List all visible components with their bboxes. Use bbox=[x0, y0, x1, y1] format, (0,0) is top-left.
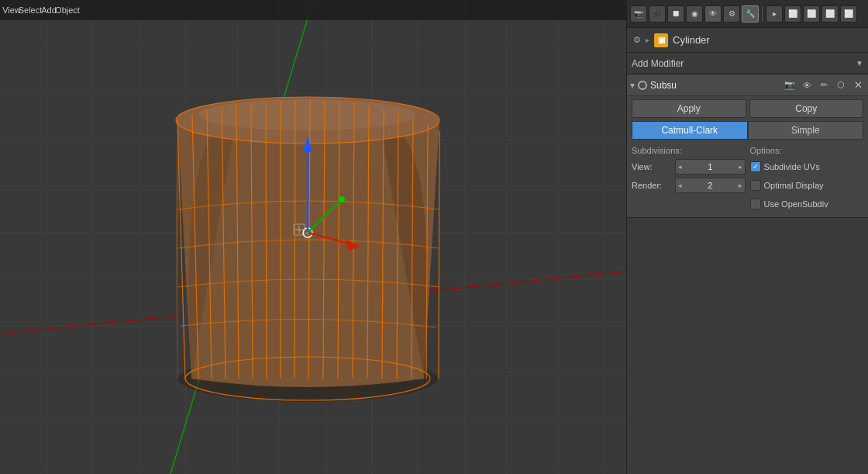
catmull-clark-tab[interactable]: Catmull-Clark bbox=[632, 121, 748, 140]
render-param-value: 2 bbox=[708, 181, 712, 190]
add-modifier-row[interactable]: Add Modifier ▼ bbox=[627, 53, 868, 74]
view-param-row: View: ◂ 1 ▸ bbox=[632, 158, 746, 175]
world-icon[interactable]: ◉ bbox=[686, 5, 703, 22]
add-modifier-label: Add Modifier bbox=[632, 58, 852, 69]
optimal-display-checkbox[interactable] bbox=[750, 180, 761, 191]
mesh-icon[interactable]: ⬜ bbox=[803, 5, 820, 22]
view-param-value: 1 bbox=[708, 162, 712, 171]
modifier-render-vis-btn[interactable]: 📷 bbox=[783, 78, 797, 92]
select-menu-btn[interactable]: Select bbox=[22, 2, 39, 18]
apply-button[interactable]: Apply bbox=[632, 99, 746, 118]
panel-toolbar: 📷 ⬛ 🔲 ◉ 👁 ⚙ 🔧 ▸ ⬜ ⬜ ⬜ ⬜ bbox=[627, 0, 868, 28]
render-field-arrow-left: ◂ bbox=[678, 182, 682, 189]
copy-button[interactable]: Copy bbox=[749, 99, 864, 118]
viewport-toolbar: View Select Add Object bbox=[0, 0, 626, 20]
constraints-icon[interactable]: ⚙ bbox=[723, 5, 740, 22]
render-field-arrow-right: ▸ bbox=[739, 182, 742, 189]
breadcrumb-icon: ⚙ bbox=[633, 35, 641, 45]
object-type-icon: ▣ bbox=[654, 33, 668, 47]
view-param-field[interactable]: ◂ 1 ▸ bbox=[675, 159, 746, 175]
breadcrumb-arrow: ▸ bbox=[646, 36, 649, 44]
view-param-label: View: bbox=[632, 162, 672, 171]
optimal-display-row: Optimal Display bbox=[750, 177, 864, 194]
object-name: Cylinder bbox=[673, 34, 710, 46]
subdivide-uvs-label: Subdivide UVs bbox=[764, 162, 820, 171]
toolbar-separator bbox=[762, 6, 763, 22]
options-label: Options: bbox=[750, 146, 864, 155]
render-param-label: Render: bbox=[632, 181, 672, 190]
use-opensubdiv-row: Use OpenSubdiv bbox=[750, 195, 864, 213]
object-menu-btn[interactable]: Object bbox=[59, 2, 76, 18]
modifier-card: ▾ Subsu 📷 👁 ✏ ⬡ ✕ Apply Copy Catmull-Cla… bbox=[627, 74, 868, 218]
physics-icon[interactable]: ⬜ bbox=[784, 5, 801, 22]
optimal-display-label: Optimal Display bbox=[764, 181, 824, 190]
camera-icon[interactable]: 📷 bbox=[630, 5, 647, 22]
object-header: ⚙ ▸ ▣ Cylinder bbox=[627, 28, 868, 53]
view-field-arrow-right: ▸ bbox=[739, 163, 742, 171]
view-menu-btn[interactable]: View bbox=[3, 2, 20, 18]
use-opensubdiv-label: Use OpenSubdiv bbox=[764, 199, 828, 209]
modifier-card-header: ▾ Subsu 📷 👁 ✏ ⬡ ✕ bbox=[627, 74, 868, 96]
modifier-close-btn[interactable]: ✕ bbox=[851, 78, 865, 92]
particles-icon[interactable]: ▸ bbox=[766, 5, 783, 22]
modifier-collapse-toggle[interactable]: ▾ bbox=[630, 80, 635, 91]
subdivisions-column: Subdivisions: View: ◂ 1 ▸ Render: ◂ 2 ▸ bbox=[632, 146, 746, 214]
apply-copy-row: Apply Copy bbox=[627, 96, 868, 121]
add-modifier-dropdown-arrow: ▼ bbox=[856, 59, 863, 67]
subdivisions-label: Subdivisions: bbox=[632, 146, 746, 155]
modifier-cage-btn[interactable]: ⬡ bbox=[834, 78, 848, 92]
subdivide-uvs-row: ✓ Subdivide UVs bbox=[750, 158, 864, 175]
scene-icon[interactable]: 🔲 bbox=[667, 5, 684, 22]
modifier-name: Subsu bbox=[650, 80, 780, 91]
modifier-viewport-vis-btn[interactable]: 👁 bbox=[800, 78, 814, 92]
render-param-field[interactable]: ◂ 2 ▸ bbox=[675, 178, 746, 193]
params-row: Subdivisions: View: ◂ 1 ▸ Render: ◂ 2 ▸ bbox=[627, 143, 868, 217]
properties-panel: 📷 ⬛ 🔲 ◉ 👁 ⚙ 🔧 ▸ ⬜ ⬜ ⬜ ⬜ ⚙ ▸ ▣ Cylinder A… bbox=[626, 0, 868, 474]
svg-point-57 bbox=[339, 196, 345, 202]
options-column: Options: ✓ Subdivide UVs Optimal Display… bbox=[750, 146, 864, 214]
material-icon[interactable]: ⬜ bbox=[822, 5, 839, 22]
render-param-row: Render: ◂ 2 ▸ bbox=[632, 177, 746, 194]
modifier-enabled-dot[interactable] bbox=[638, 81, 647, 90]
view-field-arrow-left: ◂ bbox=[678, 163, 682, 171]
use-opensubdiv-checkbox[interactable] bbox=[750, 199, 761, 209]
data-icon[interactable]: ⬜ bbox=[840, 5, 857, 22]
object-icon[interactable]: 👁 bbox=[704, 5, 722, 22]
modifier-icon[interactable]: 🔧 bbox=[742, 5, 759, 22]
subdivide-uvs-checkbox[interactable]: ✓ bbox=[750, 161, 761, 172]
3d-viewport[interactable]: View Select Add Object bbox=[0, 0, 626, 474]
simple-tab[interactable]: Simple bbox=[748, 121, 864, 140]
modifier-edit-vis-btn[interactable]: ✏ bbox=[817, 78, 831, 92]
subdivision-type-row: Catmull-Clark Simple bbox=[627, 121, 868, 143]
render-icon[interactable]: ⬛ bbox=[649, 5, 666, 22]
